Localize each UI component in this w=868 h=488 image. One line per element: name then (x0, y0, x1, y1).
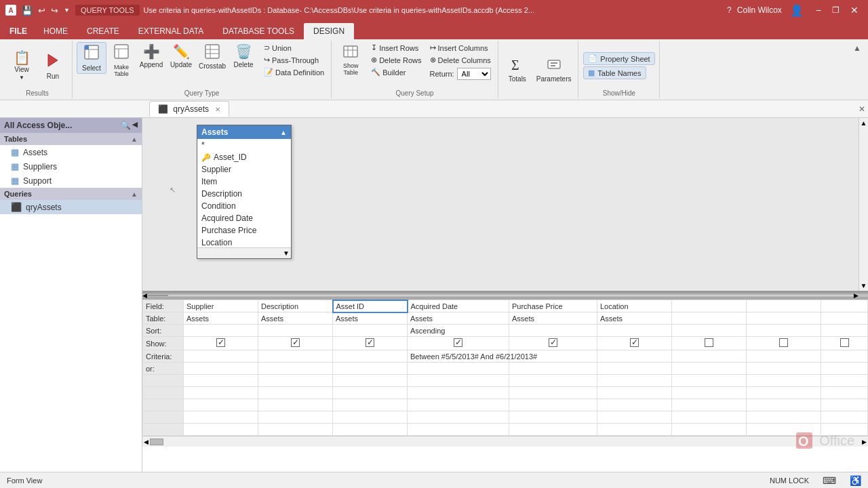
criteria-cell-0[interactable] (184, 350, 258, 363)
nav-search-icon[interactable]: 🔍 (121, 121, 131, 130)
tables-collapse[interactable]: ▲ (131, 136, 138, 143)
table-cell-2[interactable]: Assets (333, 312, 408, 325)
checkbox-4[interactable] (549, 338, 557, 347)
grid-hscroll-right[interactable]: ▶ (862, 439, 867, 445)
collapse-ribbon-btn[interactable]: ▲ (850, 42, 864, 54)
or-cell-6[interactable] (672, 363, 747, 375)
field-supplier[interactable]: Supplier (197, 163, 291, 176)
append-button[interactable]: ➕ Append (136, 42, 166, 70)
checkbox-2[interactable] (366, 338, 374, 347)
table-cell-0[interactable]: Assets (184, 312, 258, 325)
restore-btn[interactable]: ❐ (828, 5, 844, 15)
table-cell-6[interactable] (672, 312, 747, 325)
checkbox-0[interactable] (216, 338, 225, 347)
close-btn[interactable]: ✕ (846, 5, 863, 16)
vscroll-up[interactable]: ▲ (861, 119, 867, 127)
datadef-button[interactable]: 📝 Data Definition (261, 66, 327, 78)
show-cell-4[interactable] (509, 337, 597, 350)
table-cell-5[interactable]: Assets (597, 312, 672, 325)
criteria-cell-8[interactable] (821, 350, 868, 363)
field-cell-0[interactable]: Supplier (184, 300, 258, 312)
query-tab[interactable]: ⬛ qryAssets ✕ (149, 101, 229, 117)
field-cell-2[interactable]: Asset ID (333, 300, 408, 312)
field-description[interactable]: Description (197, 188, 291, 200)
field-location[interactable]: Location (197, 237, 291, 247)
show-cell-8[interactable] (821, 337, 868, 350)
field-condition[interactable]: Condition (197, 200, 291, 212)
help-btn[interactable]: ? (724, 5, 734, 15)
or-cell-4[interactable] (509, 363, 597, 375)
field-acquired-date[interactable]: Acquired Date (197, 212, 291, 224)
show-cell-0[interactable] (184, 337, 258, 350)
make-table-button[interactable]: MakeTable (106, 42, 136, 79)
sort-cell-1[interactable] (258, 325, 333, 337)
select-button[interactable]: Select (77, 42, 106, 74)
keyboard-icon[interactable]: ⌨ (823, 475, 836, 486)
tab-external-data[interactable]: EXTERNAL DATA (129, 23, 213, 39)
hscroll-thumb[interactable] (148, 295, 168, 296)
field-cell-6[interactable] (672, 300, 747, 312)
field-item[interactable]: Item (197, 176, 291, 188)
or-cell-7[interactable] (747, 363, 821, 375)
show-cell-6[interactable] (672, 337, 747, 350)
update-button[interactable]: ✏️ Update (166, 42, 196, 70)
sort-cell-7[interactable] (747, 325, 821, 337)
save-btn[interactable]: 💾 (20, 4, 34, 17)
delete-button[interactable]: 🗑️ Delete (229, 42, 258, 70)
criteria-cell-1[interactable] (258, 350, 333, 363)
vscroll-down[interactable]: ▼ (861, 282, 867, 289)
criteria-cell-7[interactable] (747, 350, 821, 363)
nav-item-support[interactable]: ▦ Support (0, 174, 142, 188)
criteria-cell-5[interactable] (597, 350, 672, 363)
checkbox-5[interactable] (630, 338, 639, 347)
field-cell-4[interactable]: Purchase Price (509, 300, 597, 312)
checkbox-6[interactable] (705, 338, 713, 347)
table-cell-7[interactable] (747, 312, 821, 325)
sort-cell-4[interactable] (509, 325, 597, 337)
checkbox-1[interactable] (291, 338, 300, 347)
field-cell-7[interactable] (747, 300, 821, 312)
criteria-cell-2[interactable] (333, 350, 408, 363)
builder-button[interactable]: 🔨 Builder (368, 66, 424, 78)
tab-home[interactable]: HOME (34, 23, 77, 39)
nav-item-suppliers[interactable]: ▦ Suppliers (0, 159, 142, 174)
delete-columns-button[interactable]: ⊗ Delete Columns (427, 54, 494, 66)
nav-collapse-icon[interactable]: ◀ (132, 121, 138, 130)
grid-hscroll-left[interactable]: ◀ (144, 439, 149, 445)
table-scroll-down[interactable]: ▼ (283, 249, 290, 257)
union-button[interactable]: ⊃ Union (261, 42, 327, 54)
splitter[interactable]: ◀ ▶ (142, 293, 868, 298)
grid-hscroll-thumb[interactable] (150, 439, 163, 445)
qat-dropdown[interactable]: ▼ (62, 5, 71, 15)
or-cell-1[interactable] (258, 363, 333, 375)
show-table-button[interactable]: ShowTable (336, 42, 366, 77)
checkbox-7[interactable] (779, 338, 788, 347)
table-scroll-up[interactable]: ▲ (280, 129, 287, 136)
table-names-button[interactable]: ▦ Table Names (583, 66, 646, 79)
field-purchase-price[interactable]: Purchase Price (197, 224, 291, 237)
field-cell-8[interactable] (821, 300, 868, 312)
field-cell-3[interactable]: Acquired Date (408, 300, 509, 312)
sort-cell-2[interactable] (333, 325, 408, 337)
sort-cell-8[interactable] (821, 325, 868, 337)
accessibility-icon[interactable]: ♿ (850, 475, 861, 486)
table-cell-4[interactable]: Assets (509, 312, 597, 325)
redo-btn[interactable]: ↪ (50, 4, 60, 17)
table-cell-8[interactable] (821, 312, 868, 325)
table-cell-1[interactable]: Assets (258, 312, 333, 325)
nav-item-qryassets[interactable]: ⬛ qryAssets (0, 200, 142, 214)
or-cell-0[interactable] (184, 363, 258, 375)
delete-rows-button[interactable]: ⊗ Delete Rows (368, 54, 424, 66)
or-cell-3[interactable] (408, 363, 509, 375)
totals-button[interactable]: Σ Totals (502, 55, 532, 84)
view-button[interactable]: 📋 View ▼ (7, 49, 37, 82)
query-tab-close[interactable]: ✕ (215, 106, 220, 113)
crosstab-button[interactable]: Crosstab (196, 42, 229, 71)
tab-file[interactable]: FILE (3, 23, 34, 39)
insert-rows-button[interactable]: ↧ Insert Rows (368, 42, 424, 54)
content-area-close[interactable]: ✕ (859, 104, 865, 114)
property-sheet-button[interactable]: 📄 Property Sheet (583, 52, 654, 65)
design-vscroll[interactable]: ▲ ▼ (859, 118, 868, 291)
or-cell-2[interactable] (333, 363, 408, 375)
or-cell-8[interactable] (821, 363, 868, 375)
